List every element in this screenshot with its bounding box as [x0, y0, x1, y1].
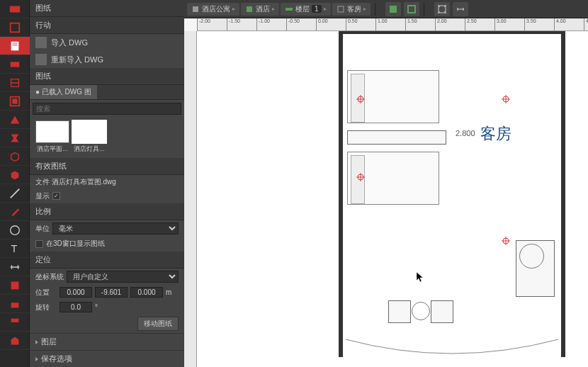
svg-line-8	[11, 188, 20, 198]
main-area: 酒店公寓▸ 酒店▸ 楼层 1▸ 客房▸	[184, 0, 588, 367]
tool-drawing[interactable]	[0, 37, 30, 55]
tool-5[interactable]	[0, 74, 30, 92]
chevron-right-icon	[35, 340, 38, 344]
drawing-header: 图纸	[30, 68, 184, 85]
svg-rect-15	[247, 6, 252, 12]
breadcrumb: 酒店公寓▸ 酒店▸ 楼层 1▸ 客房▸	[187, 3, 371, 16]
panel-title: 图纸	[30, 0, 184, 17]
rot-label: 旋转	[35, 303, 57, 312]
rot-val[interactable]	[60, 302, 92, 312]
pos-x[interactable]	[60, 287, 92, 298]
separator	[424, 3, 424, 16]
wall	[339, 31, 565, 34]
tool-text[interactable]: T	[0, 239, 30, 258]
display-checkbox[interactable]	[52, 192, 60, 200]
tool-circle[interactable]	[0, 221, 30, 239]
tool-cube[interactable]	[0, 147, 30, 166]
property-panel: 图纸 行动 导入 DWG 重新导入 DWG 图纸 ● 已载入 DWG 图 酒店平…	[30, 0, 184, 367]
unit-select[interactable]: 毫米	[52, 222, 179, 235]
file-row: 文件 酒店灯具布置图.dwg	[30, 175, 184, 189]
reimport-icon	[35, 54, 47, 65]
unit-row: 单位 毫米	[30, 220, 184, 237]
thumb-img-0	[35, 120, 69, 143]
display-row[interactable]: 显示	[30, 189, 184, 203]
tool-measure[interactable]	[0, 258, 30, 276]
cursor-icon	[417, 272, 425, 283]
tool-red1[interactable]	[0, 276, 30, 295]
view-green[interactable]	[385, 2, 401, 16]
canvas[interactable]: 2.800 客房	[197, 31, 588, 367]
left-toolbar: T	[0, 0, 30, 367]
svg-rect-17	[338, 6, 344, 12]
light-marker-icon	[356, 173, 365, 181]
thumbnail-row: 酒店平面... 酒店灯具...	[30, 118, 184, 157]
tab-loaded[interactable]: ● 已载入 DWG 图	[30, 85, 97, 99]
import-dwg[interactable]: 导入 DWG	[30, 34, 184, 51]
svg-rect-5	[11, 62, 20, 67]
reimport-dwg[interactable]: 重新导入 DWG	[30, 51, 184, 68]
pos-label: 位置	[35, 288, 57, 298]
tool-2[interactable]	[0, 18, 30, 37]
svg-rect-1	[11, 23, 20, 32]
unit-label: 单位	[35, 224, 50, 234]
actions-header: 行动	[30, 17, 184, 34]
svg-rect-13	[11, 318, 19, 322]
tool-1[interactable]	[0, 0, 30, 18]
thumb-label-1: 酒店灯具...	[74, 145, 105, 154]
crumb-0[interactable]: 酒店公寓▸	[187, 3, 239, 16]
svg-rect-14	[193, 6, 198, 12]
tool-4[interactable]	[0, 55, 30, 74]
save-section[interactable]: 保存选项	[30, 350, 184, 367]
scale-header: 比例	[30, 203, 184, 220]
measure-tool[interactable]	[453, 2, 468, 16]
show3d-row[interactable]: 在3D窗口显示图纸	[30, 237, 184, 251]
tool-8[interactable]	[0, 129, 30, 147]
building-icon	[191, 5, 200, 13]
coord-label: 坐标系统	[35, 272, 64, 282]
separator	[375, 3, 375, 16]
crumb-1[interactable]: 酒店▸	[241, 3, 279, 16]
layers-section[interactable]: 图层	[30, 333, 184, 350]
thumb-label-0: 酒店平面...	[37, 145, 68, 154]
svg-rect-3	[12, 43, 17, 43]
svg-rect-12	[11, 303, 19, 307]
search-input[interactable]	[33, 103, 181, 115]
zoom-tools	[434, 2, 468, 16]
show3d-label: 在3D窗口显示图纸	[46, 239, 105, 249]
chevron-right-icon	[35, 357, 38, 361]
tool-red4[interactable]	[0, 332, 30, 350]
tool-cube2[interactable]	[0, 166, 30, 184]
tool-6[interactable]	[0, 92, 30, 111]
svg-rect-7	[12, 98, 17, 103]
crumb-3[interactable]: 客房▸	[332, 3, 371, 16]
move-drawing-button[interactable]: 移动图纸	[137, 317, 179, 331]
pos-y[interactable]	[95, 287, 128, 298]
top-bar: 酒店公寓▸ 酒店▸ 楼层 1▸ 客房▸	[184, 0, 588, 18]
tool-red3[interactable]	[0, 313, 30, 332]
crumb-2[interactable]: 楼层 1▸	[281, 3, 331, 16]
room-label: 客房	[480, 123, 511, 145]
tool-brush[interactable]	[0, 203, 30, 221]
view-outline[interactable]	[404, 2, 419, 16]
import-label: 导入 DWG	[51, 38, 88, 48]
dimension-value: 2.800	[456, 129, 475, 137]
coord-select[interactable]: 用户自定义	[67, 271, 179, 283]
zoom-extents[interactable]	[434, 2, 450, 16]
ruler-horizontal: -2.00 -1.50 -1.00 -0.50 0.00 0.50 1.00 1…	[197, 18, 588, 31]
canvas-wrap: -2.00 -1.50 -1.00 -0.50 0.00 0.50 1.00 1…	[184, 18, 588, 367]
furniture-divider	[347, 130, 446, 145]
light-marker-icon	[502, 95, 510, 103]
show3d-checkbox[interactable]	[35, 240, 43, 248]
position-header: 定位	[30, 252, 184, 269]
rot-unit: °	[95, 303, 98, 311]
tool-line[interactable]	[0, 184, 30, 203]
valid-drawing-header: 有效图纸	[30, 158, 184, 175]
hotel-icon	[245, 5, 254, 13]
reimport-label: 重新导入 DWG	[51, 55, 103, 65]
svg-rect-4	[12, 45, 17, 45]
tool-7[interactable]	[0, 111, 30, 129]
pos-z[interactable]	[130, 287, 163, 298]
tool-red2[interactable]	[0, 295, 30, 313]
thumb-1[interactable]: 酒店灯具...	[72, 120, 106, 154]
thumb-0[interactable]: 酒店平面...	[35, 120, 69, 154]
